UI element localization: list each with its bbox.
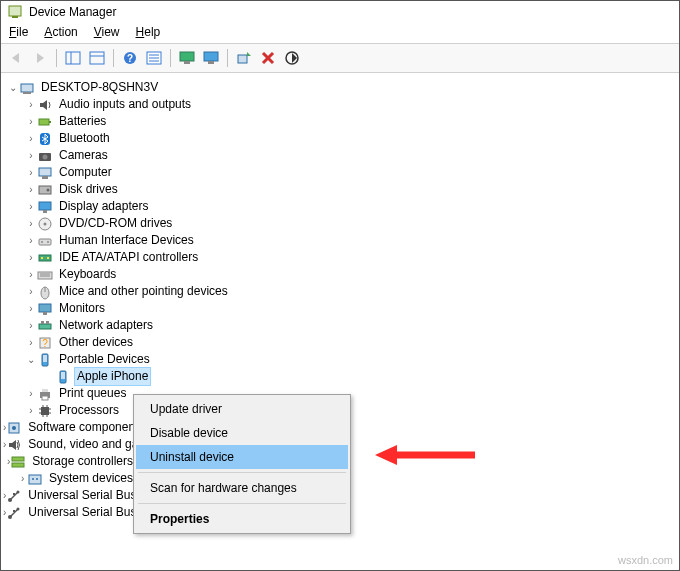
back-button[interactable] xyxy=(5,47,27,69)
toolbar-separator xyxy=(113,49,114,67)
chevron-right-icon[interactable]: › xyxy=(19,470,27,487)
context-menu-item[interactable]: Uninstall device xyxy=(136,445,348,469)
menu-file[interactable]: File xyxy=(9,25,28,39)
battery-icon xyxy=(37,114,53,130)
properties-button[interactable] xyxy=(86,47,108,69)
scan-hardware-button[interactable] xyxy=(233,47,255,69)
chevron-right-icon[interactable]: › xyxy=(25,266,37,283)
svg-rect-25 xyxy=(23,92,31,94)
monitor-button[interactable] xyxy=(176,47,198,69)
tree-row[interactable]: ›Cameras xyxy=(3,147,679,164)
tree-row[interactable]: ›Universal Serial Bus connectors xyxy=(3,487,135,504)
tree-row[interactable]: Apple iPhone xyxy=(3,368,679,385)
menu-help[interactable]: Help xyxy=(136,25,161,39)
chevron-right-icon[interactable]: › xyxy=(25,232,37,249)
tree-label[interactable]: Portable Devices xyxy=(57,351,152,368)
tree-label[interactable]: Network adapters xyxy=(57,317,155,334)
chevron-right-icon[interactable]: › xyxy=(25,215,37,232)
tree-label[interactable]: Mice and other pointing devices xyxy=(57,283,230,300)
chevron-right-icon[interactable]: › xyxy=(25,402,37,419)
chevron-right-icon[interactable]: › xyxy=(25,283,37,300)
tree-row[interactable]: ›Network adapters xyxy=(3,317,679,334)
tree-label[interactable]: System devices xyxy=(47,470,135,487)
chevron-right-icon[interactable]: › xyxy=(25,130,37,147)
tree-label[interactable]: Print queues xyxy=(57,385,128,402)
tree-label[interactable]: DESKTOP-8QSHN3V xyxy=(39,79,160,96)
chevron-right-icon[interactable]: › xyxy=(25,317,37,334)
tree-label[interactable]: Other devices xyxy=(57,334,135,351)
tree-row[interactable]: ›Audio inputs and outputs xyxy=(3,96,679,113)
svg-rect-40 xyxy=(39,239,51,245)
chevron-right-icon[interactable]: › xyxy=(25,147,37,164)
tree-label[interactable]: DVD/CD-ROM drives xyxy=(57,215,174,232)
tree-row[interactable]: ›Display adapters xyxy=(3,198,679,215)
tree-label[interactable]: Universal Serial Bus devices xyxy=(26,504,135,521)
forward-button[interactable] xyxy=(29,47,51,69)
tree-row[interactable]: ›Storage controllers xyxy=(3,453,135,470)
tree-row[interactable]: ›Universal Serial Bus devices xyxy=(3,504,135,521)
tree-row[interactable]: ›Batteries xyxy=(3,113,679,130)
tree-row[interactable]: ›Print queues xyxy=(3,385,135,402)
svg-rect-85 xyxy=(13,493,15,495)
help-button[interactable]: ? xyxy=(119,47,141,69)
tree-label[interactable]: Computer xyxy=(57,164,114,181)
context-menu-item[interactable]: Disable device xyxy=(136,421,348,445)
tree-label[interactable]: Cameras xyxy=(57,147,110,164)
menu-action[interactable]: Action xyxy=(44,25,77,39)
context-menu-item[interactable]: Properties xyxy=(136,507,348,531)
tree-label[interactable]: Software components xyxy=(26,419,135,436)
tree-label[interactable]: Audio inputs and outputs xyxy=(57,96,193,113)
svg-point-39 xyxy=(44,222,47,225)
tree-label[interactable]: Bluetooth xyxy=(57,130,112,147)
tree-label[interactable]: Batteries xyxy=(57,113,108,130)
tree-row[interactable]: ›Keyboards xyxy=(3,266,679,283)
tree-label[interactable]: Human Interface Devices xyxy=(57,232,196,249)
tree-row[interactable]: ›Computer xyxy=(3,164,679,181)
chevron-down-icon[interactable]: ⌄ xyxy=(7,79,19,96)
tree-row[interactable]: ›Sound, video and game controllers xyxy=(3,436,135,453)
tree-row[interactable]: ›Processors xyxy=(3,402,135,419)
tree-label[interactable]: Storage controllers xyxy=(30,453,135,470)
chevron-right-icon[interactable]: › xyxy=(25,96,37,113)
chevron-right-icon[interactable]: › xyxy=(25,300,37,317)
tree-label[interactable]: Display adapters xyxy=(57,198,150,215)
tree-row[interactable]: ⌄Portable Devices xyxy=(3,351,679,368)
context-menu-item[interactable]: Scan for hardware changes xyxy=(136,476,348,500)
tree-label[interactable]: Apple iPhone xyxy=(75,368,150,385)
tree-label[interactable]: Processors xyxy=(57,402,121,419)
chevron-right-icon[interactable]: › xyxy=(25,334,37,351)
tree-label[interactable]: Keyboards xyxy=(57,266,118,283)
chevron-right-icon[interactable]: › xyxy=(25,113,37,130)
tree-row[interactable]: ›Monitors xyxy=(3,300,679,317)
chevron-down-icon[interactable]: ⌄ xyxy=(25,351,37,368)
update-driver-button[interactable] xyxy=(281,47,303,69)
tree-row[interactable]: ⌄DESKTOP-8QSHN3V xyxy=(3,79,679,96)
uninstall-button[interactable] xyxy=(257,47,279,69)
tree-row[interactable]: ›System devices xyxy=(3,470,135,487)
chevron-right-icon[interactable]: › xyxy=(25,249,37,266)
tree-row[interactable]: ›Disk drives xyxy=(3,181,679,198)
monitor2-button[interactable] xyxy=(200,47,222,69)
tree-label[interactable]: IDE ATA/ATAPI controllers xyxy=(57,249,200,266)
tree-row[interactable]: ›?Other devices xyxy=(3,334,679,351)
svg-marker-19 xyxy=(247,52,251,56)
chevron-right-icon[interactable]: › xyxy=(25,181,37,198)
context-menu-item[interactable]: Update driver xyxy=(136,397,348,421)
tree-row[interactable]: ›Mice and other pointing devices xyxy=(3,283,679,300)
tree-row[interactable]: ›IDE ATA/ATAPI controllers xyxy=(3,249,679,266)
tree-row[interactable]: ›DVD/CD-ROM drives xyxy=(3,215,679,232)
chevron-right-icon[interactable]: › xyxy=(25,385,37,402)
chevron-right-icon[interactable]: › xyxy=(25,164,37,181)
computer-icon xyxy=(37,165,53,181)
tree-row[interactable]: ›Bluetooth xyxy=(3,130,679,147)
tree-row[interactable]: ›Software components xyxy=(3,419,135,436)
tree-label[interactable]: Universal Serial Bus connectors xyxy=(26,487,135,504)
tree-label[interactable]: Disk drives xyxy=(57,181,120,198)
tree-row[interactable]: ›Human Interface Devices xyxy=(3,232,679,249)
view-details-button[interactable] xyxy=(143,47,165,69)
tree-label[interactable]: Sound, video and game controllers xyxy=(26,436,135,453)
menu-view[interactable]: View xyxy=(94,25,120,39)
tree-label[interactable]: Monitors xyxy=(57,300,107,317)
chevron-right-icon[interactable]: › xyxy=(25,198,37,215)
show-hide-tree-button[interactable] xyxy=(62,47,84,69)
